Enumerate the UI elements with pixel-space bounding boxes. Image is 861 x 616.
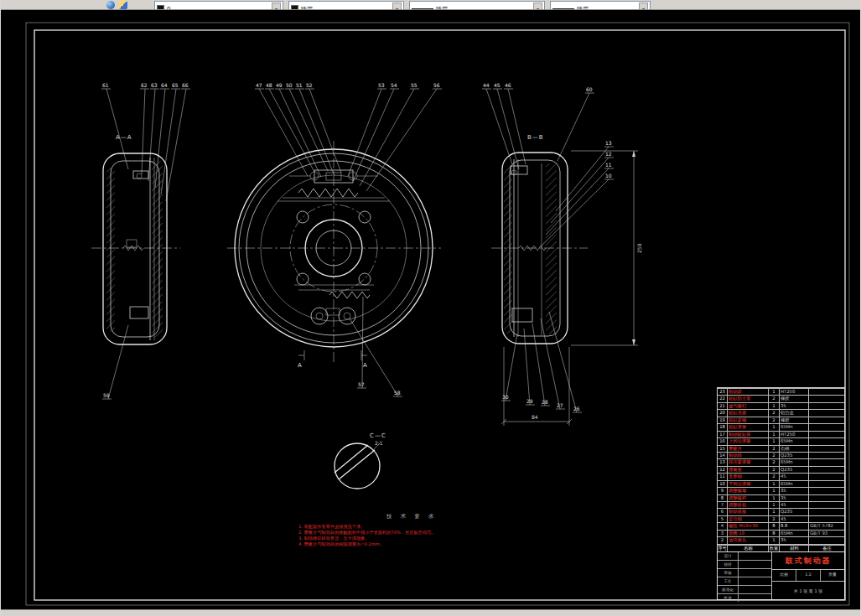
part-note: GB/T 93 <box>809 530 844 536</box>
chevron-down-icon[interactable]: ▾ <box>533 3 542 10</box>
signature-label: 设计 <box>718 552 739 560</box>
color-combo[interactable]: 随层 ▾ <box>288 1 404 10</box>
view-center-callouts: 47 48 49 50 51 52 53 54 55 56 57 58 <box>255 82 442 396</box>
part-name: 定位销 <box>728 515 769 522</box>
part-material: 65Mn <box>780 458 809 465</box>
part-qty: 2 <box>769 466 780 473</box>
callout-label: 27 <box>557 402 563 408</box>
part-qty: 1 <box>769 487 780 494</box>
view-right-section[interactable]: B—B <box>491 134 588 344</box>
signature-label: 校对 <box>718 561 739 568</box>
table-row: 23 制动鼓 1 HT250 <box>718 388 844 395</box>
table-row: 9 调整螺母 1 35 <box>718 487 844 494</box>
layer-combo[interactable]: 0 ▾ <box>154 1 283 10</box>
part-material: 45 <box>780 515 809 522</box>
part-name: 垫圈 10 <box>728 530 769 536</box>
chevron-down-icon[interactable]: ▾ <box>392 3 402 10</box>
callout-label: 12 <box>605 151 612 157</box>
part-material: HT250 <box>780 388 809 395</box>
dimension-right-bottom: 84 <box>501 347 572 426</box>
parts-list-table: 23 制动鼓 1 HT250 22 轮缸防尘套 2 橡胶 21 放气螺钉 1 3… <box>717 387 845 551</box>
part-note <box>809 501 844 508</box>
part-seq: 12 <box>718 466 728 473</box>
part-qty: 1 <box>769 480 780 487</box>
part-material: 橡胶 <box>780 417 809 423</box>
table-row: 18 轮缸弹簧 1 65Mn <box>718 423 844 430</box>
callout-label: 52 <box>306 82 313 88</box>
part-seq: 4 <box>718 522 728 529</box>
title-block: 设计 校对 审核 工艺 标准化 批准 鼓式制动器 比例 1:2 质量 共 1 张… <box>717 551 845 600</box>
part-qty: 2 <box>769 458 780 465</box>
callout-label: 47 <box>256 82 262 88</box>
part-name: 调整螺杆 <box>728 494 769 501</box>
note-line: 2. 摩擦片与制动鼓的接触面积不得小于全面积的70%，且应贴合均匀。 <box>298 530 445 536</box>
dimension-value: 84 <box>532 414 538 420</box>
callout-label: 44 <box>483 82 490 88</box>
tool-icon[interactable] <box>119 1 127 9</box>
part-name: 油管接头 <box>728 536 769 543</box>
part-material: Q235 <box>780 508 809 515</box>
part-qty: 2 <box>769 445 780 452</box>
callout-label: 29 <box>526 398 533 404</box>
chevron-down-icon[interactable]: ▾ <box>272 3 281 10</box>
part-seq: 16 <box>718 437 728 444</box>
part-note <box>809 494 844 501</box>
part-name: 轮缸防尘套 <box>728 395 769 401</box>
part-material: 65Mn <box>780 530 809 536</box>
table-row: 17 制动轮缸体 1 HT250 <box>718 431 844 437</box>
globe-icon[interactable] <box>106 1 115 9</box>
signature-label: 审核 <box>718 569 739 577</box>
part-seq: 19 <box>718 417 728 423</box>
chevron-down-icon[interactable]: ▾ <box>639 3 648 10</box>
callout-label: 45 <box>494 82 501 88</box>
part-seq: 11 <box>718 473 728 479</box>
table-row: 7 调整齿轮 1 45 <box>718 501 844 508</box>
part-seq: 17 <box>718 431 728 437</box>
scale-value: 1:2 <box>796 570 821 581</box>
part-material: 45 <box>780 473 809 479</box>
part-note <box>809 437 844 444</box>
part-material: 65Mn <box>780 480 809 487</box>
part-note <box>809 417 844 423</box>
table-row: 6 制动底板 1 Q235 <box>718 508 844 515</box>
part-note <box>809 473 844 479</box>
table-row: 10 下回位弹簧 1 65Mn <box>718 480 844 487</box>
part-qty: 1 <box>769 501 780 508</box>
linetype-combo-value: 随层 <box>436 5 448 11</box>
part-seq: 21 <box>718 402 728 409</box>
signature-label: 批准 <box>718 594 739 602</box>
linetype-combo[interactable]: 随层 ▾ <box>409 1 545 10</box>
dimension-value: 250 <box>636 243 642 253</box>
part-qty: 1 <box>769 388 780 395</box>
part-seq: 8 <box>718 494 728 501</box>
note-line: 3. 制动蹄应转动灵活，无卡滞现象。 <box>298 536 445 541</box>
part-material: Q235 <box>780 452 809 458</box>
part-seq: 7 <box>718 501 728 508</box>
section-arrow-label: A <box>298 362 303 369</box>
table-row: 14 制动蹄 2 Q235 <box>718 452 844 458</box>
callout-label: 28 <box>542 399 548 405</box>
lineweight-combo[interactable]: 随层 ▾ <box>550 1 651 10</box>
view-detail-section[interactable]: C—C 2:1 <box>335 432 386 489</box>
part-qty: 1 <box>769 431 780 437</box>
part-material: 铝合金 <box>780 409 809 416</box>
part-name: 制动鼓 <box>728 388 769 395</box>
table-row: 19 轮缸皮碗 2 橡胶 <box>718 417 844 423</box>
note-line: 4. 摩擦片与制动鼓的间隙调整为=0.2mm。 <box>298 541 445 547</box>
part-note <box>809 395 844 401</box>
part-name: 螺栓 M10×30 <box>728 522 769 529</box>
part-seq: 2 <box>718 536 728 543</box>
table-row: 15 摩擦片 2 石棉 <box>718 445 844 452</box>
callout-label: 64 <box>161 82 168 88</box>
table-row: 4 螺栓 M10×30 8 8.8 GB/T 5782 <box>718 522 844 529</box>
part-material: 35 <box>780 536 809 543</box>
callout-label: 66 <box>182 82 189 88</box>
callout-label: 26 <box>573 406 580 412</box>
part-qty: 1 <box>769 402 780 409</box>
view-left-section[interactable]: A—A <box>91 134 180 344</box>
table-row: 12 弹簧座 2 Q235 <box>718 466 844 473</box>
part-name: 放气螺钉 <box>728 402 769 409</box>
part-qty: 8 <box>769 530 780 536</box>
part-seq: 14 <box>718 452 728 458</box>
part-note <box>809 431 844 437</box>
